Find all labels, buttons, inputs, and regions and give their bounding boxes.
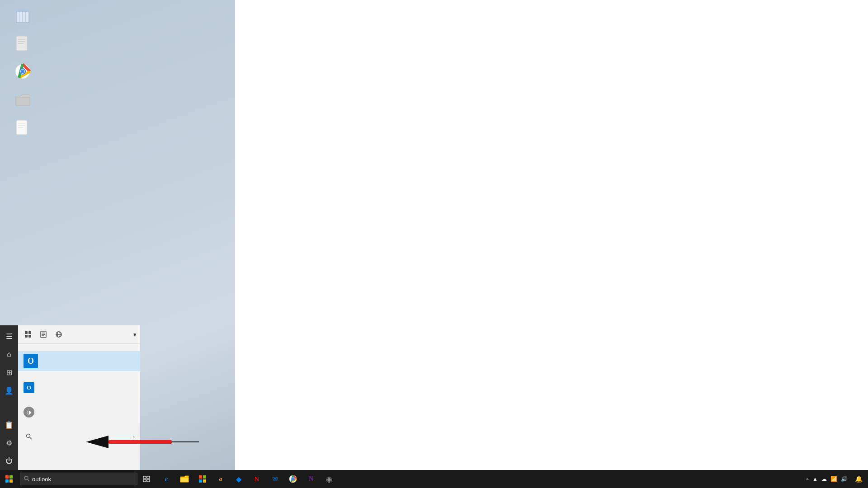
start-sidebar: ☰ ⌂ ⊞ 👤 📋 ⚙ ⏻ — [0, 325, 18, 470]
sidebar-person[interactable]: 👤 — [0, 381, 18, 399]
svg-rect-22 — [25, 335, 28, 338]
less-secure-icon — [14, 90, 32, 108]
desktop-icon-untitled[interactable] — [5, 117, 41, 140]
desktop-icon-less-secure[interactable] — [5, 89, 41, 112]
network-icon[interactable]: ▲ — [812, 476, 818, 482]
svg-point-14 — [21, 70, 24, 73]
desktop-icons-container — [0, 0, 45, 149]
sidebar-home[interactable]: ⌂ — [0, 345, 18, 363]
sidebar-apps[interactable]: ⊞ — [0, 363, 18, 381]
svg-rect-46 — [180, 478, 189, 482]
sidebar-settings[interactable]: ⚙ — [0, 434, 18, 452]
taskbar-store-icon[interactable] — [193, 470, 212, 488]
system-icons: ⌁ ▲ ☁ 📶 🔊 — [806, 476, 848, 482]
taskbar-explorer-icon[interactable] — [175, 470, 193, 488]
wifi-icon[interactable]: 📶 — [830, 476, 837, 482]
svg-rect-44 — [143, 479, 146, 482]
people-section: ◑ — [18, 397, 140, 422]
desktop-icon-recycle-bin[interactable] — [5, 5, 41, 28]
toolbar-grid-icon[interactable] — [22, 328, 34, 341]
taskbar-amazon-icon[interactable]: a — [212, 470, 230, 488]
desktop-icon-1338[interactable] — [5, 33, 41, 56]
taskbar-ie-icon[interactable]: e — [157, 470, 175, 488]
apps-outlook-item[interactable]: O — [18, 380, 140, 395]
svg-line-32 — [30, 437, 32, 440]
notifications-bell-icon[interactable]: 🔔 — [855, 475, 863, 483]
apps-section: O — [18, 373, 140, 397]
taskbar-app-icons: e a ◆ N ✉ — [157, 470, 806, 488]
taskbar-search-icon — [24, 476, 29, 483]
task-view-button[interactable] — [137, 470, 156, 488]
outlook-2016-icon: O — [24, 354, 38, 368]
svg-rect-20 — [25, 331, 28, 334]
toolbar-web-icon[interactable] — [52, 328, 65, 341]
svg-point-40 — [24, 476, 28, 480]
taskbar-extra-icon[interactable]: ◉ — [320, 470, 338, 488]
taskbar-search-box[interactable] — [20, 473, 137, 485]
taskbar-mail-icon[interactable]: ✉ — [266, 470, 284, 488]
svg-rect-5 — [20, 9, 25, 10]
taskbar-netflix-icon[interactable]: N — [248, 470, 266, 488]
svg-rect-42 — [143, 476, 146, 479]
best-match-label — [18, 346, 140, 351]
suggestions-section-label — [18, 423, 140, 429]
taskbar-onenote-icon[interactable]: N — [302, 470, 320, 488]
svg-rect-21 — [28, 331, 31, 334]
right-panel — [235, 0, 868, 470]
calendar-person-avatar: ◑ — [24, 407, 34, 418]
svg-rect-37 — [9, 475, 13, 479]
suggestion-outlook-web-item[interactable]: › — [18, 429, 140, 444]
svg-point-54 — [292, 478, 294, 480]
volume-icon[interactable]: 🔊 — [841, 476, 848, 482]
outlook-small-icon: O — [24, 382, 34, 393]
taskbar-dropbox-icon[interactable]: ◆ — [230, 470, 248, 488]
svg-rect-39 — [9, 479, 13, 483]
svg-rect-36 — [5, 475, 9, 479]
best-match-section: O — [18, 344, 140, 373]
sidebar-documents[interactable]: 📋 — [0, 416, 18, 434]
outlook-large-icon: O — [24, 354, 38, 368]
start-button[interactable] — [0, 470, 18, 488]
people-calendar-item[interactable]: ◑ — [18, 404, 140, 420]
taskbar-chrome-icon[interactable] — [284, 470, 302, 488]
svg-rect-43 — [147, 476, 150, 479]
apps-section-label — [18, 375, 140, 380]
chrome-desktop-icon — [14, 62, 32, 80]
toolbar-doc-icon[interactable] — [37, 328, 50, 341]
desktop-icon-chrome[interactable] — [5, 61, 41, 84]
recycle-bin-icon — [14, 6, 32, 24]
svg-rect-38 — [5, 479, 9, 483]
people-calendar-icon: ◑ — [24, 407, 34, 418]
settings-count — [18, 446, 140, 450]
suggestions-section: › — [18, 422, 140, 446]
people-section-label — [18, 399, 140, 404]
notification-icon[interactable]: ⌁ — [806, 476, 809, 482]
sidebar-power[interactable]: ⏻ — [0, 452, 18, 470]
apps-outlook-icon: O — [24, 382, 34, 393]
suggestion-arrow-icon: › — [133, 433, 135, 440]
suggestion-search-icon — [24, 431, 34, 442]
best-match-item[interactable]: O — [18, 351, 140, 371]
filters-chevron-icon: ▾ — [133, 331, 137, 338]
svg-point-31 — [27, 434, 30, 438]
sidebar-hamburger[interactable]: ☰ — [0, 327, 18, 345]
search-toolbar: ▾ — [18, 325, 140, 344]
taskbar-search-input[interactable] — [32, 476, 133, 483]
filters-button[interactable]: ▾ — [132, 331, 137, 338]
svg-rect-47 — [199, 475, 202, 479]
svg-rect-45 — [147, 479, 150, 482]
svg-rect-15 — [15, 97, 30, 105]
svg-line-41 — [28, 479, 29, 481]
untitled-file-icon — [14, 118, 32, 136]
search-results-panel: ▾ O O — [18, 325, 140, 470]
svg-rect-23 — [28, 335, 31, 338]
svg-rect-48 — [203, 475, 206, 479]
taskbar-system-tray: ⌁ ▲ ☁ 📶 🔊 🔔 — [806, 475, 868, 483]
svg-rect-50 — [203, 479, 206, 483]
cloud-icon[interactable]: ☁ — [821, 476, 827, 482]
svg-rect-49 — [199, 479, 202, 483]
file-1338-icon — [14, 34, 32, 52]
taskbar: e a ◆ N ✉ — [0, 470, 868, 488]
